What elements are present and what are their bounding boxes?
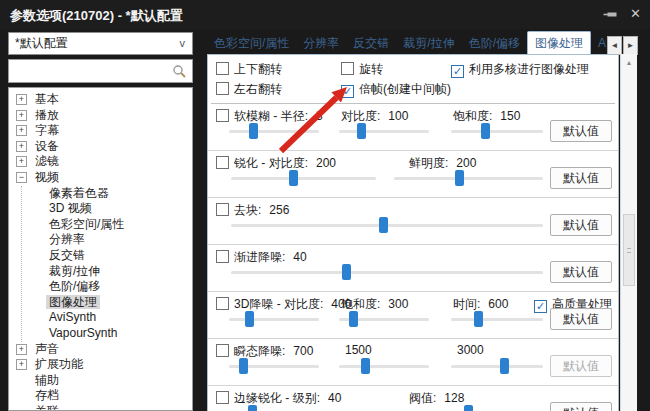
tree-item[interactable]: 3D 视频	[22, 201, 192, 217]
expand-icon[interactable]: +	[16, 359, 27, 370]
slider[interactable]	[339, 311, 429, 327]
tree-item[interactable]: +声音	[9, 342, 192, 358]
slider-thumb[interactable]	[379, 217, 388, 233]
slider-thumb[interactable]	[349, 311, 358, 327]
tab-item[interactable]: 图像处理	[527, 31, 591, 55]
checkbox-icon[interactable]	[216, 82, 229, 95]
tree-item[interactable]: 反交错	[22, 248, 192, 264]
expand-icon[interactable]: +	[16, 125, 27, 136]
slider[interactable]	[451, 358, 543, 374]
slider[interactable]	[231, 405, 376, 411]
checkbox-icon[interactable]	[216, 62, 229, 75]
default-button[interactable]: 默认值	[550, 214, 612, 236]
tree-item[interactable]: +设备	[9, 139, 192, 155]
scroll-up-icon[interactable]: ▲	[621, 55, 637, 70]
slider-thumb[interactable]	[289, 170, 298, 186]
collapse-icon[interactable]: −	[16, 172, 27, 183]
tab-item[interactable]: 分辨率	[296, 32, 346, 55]
checkbox-icon[interactable]	[216, 250, 229, 263]
tree-item[interactable]: AviSynth	[22, 310, 192, 326]
slider[interactable]	[231, 264, 543, 280]
tab-item[interactable]: 反交错	[346, 32, 396, 55]
flip-checkbox[interactable]: 左右翻转	[216, 81, 282, 98]
expand-icon[interactable]: +	[16, 110, 27, 121]
slider[interactable]	[229, 358, 319, 374]
slider[interactable]	[339, 123, 429, 139]
search-icon[interactable]	[172, 64, 187, 79]
checkbox-icon[interactable]	[216, 344, 229, 357]
search-input[interactable]	[12, 62, 171, 82]
tab-scroll-right-icon[interactable]: ►	[623, 36, 638, 55]
slider-thumb[interactable]	[248, 405, 257, 411]
tree-item[interactable]: VapourSynth	[22, 326, 192, 342]
slider-thumb[interactable]	[357, 123, 366, 139]
tree-item[interactable]: 裁剪/拉伸	[22, 264, 192, 280]
tree-item[interactable]: 辅助	[9, 373, 192, 389]
checkbox-icon[interactable]	[216, 391, 229, 404]
slider-thumb[interactable]	[361, 358, 370, 374]
default-button[interactable]: 默认值	[550, 355, 612, 377]
tree-item[interactable]: 分辨率	[22, 232, 192, 248]
scrollbar[interactable]: ▲	[620, 54, 637, 411]
flip-checkbox[interactable]: 倍帧(创建中间帧)	[341, 81, 451, 98]
slider[interactable]	[394, 405, 543, 411]
slider[interactable]	[451, 311, 543, 327]
scrollbar-thumb[interactable]	[623, 214, 635, 286]
tree-item[interactable]: 图像处理	[22, 295, 192, 311]
default-button[interactable]: 默认值	[550, 120, 612, 142]
default-button[interactable]: 默认值	[550, 402, 612, 411]
tree-item[interactable]: 关联	[9, 404, 192, 411]
slider[interactable]	[229, 311, 319, 327]
tree-item[interactable]: 色阶/偏移	[22, 279, 192, 295]
slider-thumb[interactable]	[500, 358, 509, 374]
tab-item[interactable]: 色阶/偏移	[462, 32, 527, 55]
flip-checkbox[interactable]: 旋转	[341, 61, 383, 78]
slider[interactable]	[394, 170, 543, 186]
default-button[interactable]: 默认值	[550, 261, 612, 283]
tree-item[interactable]: +扩展功能	[9, 357, 192, 373]
tree-item[interactable]: +滤镜	[9, 154, 192, 170]
preset-select[interactable]: *默认配置 v	[8, 32, 193, 55]
slider[interactable]	[231, 217, 543, 233]
checkbox-checked-icon[interactable]	[451, 65, 464, 78]
tab-item[interactable]: 色彩空间/属性	[207, 32, 296, 55]
slider-thumb[interactable]	[249, 123, 258, 139]
slider[interactable]	[229, 123, 319, 139]
expand-icon[interactable]: +	[16, 344, 27, 355]
slider-thumb[interactable]	[239, 358, 248, 374]
checkbox-icon[interactable]	[216, 203, 229, 216]
checkbox-checked-icon[interactable]	[341, 85, 354, 98]
tab-scroll-left-icon[interactable]: ◄	[607, 36, 622, 55]
checkbox-icon[interactable]	[341, 62, 354, 75]
tree-item[interactable]: −视频	[9, 170, 192, 186]
tab-item[interactable]: 裁剪/拉伸	[396, 32, 461, 55]
default-button[interactable]: 默认值	[550, 167, 612, 189]
slider[interactable]	[339, 358, 429, 374]
checkbox-icon[interactable]	[216, 156, 229, 169]
close-icon[interactable]: ✕	[630, 6, 641, 22]
tree-item[interactable]: 存档	[9, 388, 192, 404]
expand-icon[interactable]: +	[16, 94, 27, 105]
flip-checkbox[interactable]: 上下翻转	[216, 61, 282, 78]
tree-item[interactable]: +播放	[9, 108, 192, 124]
slider-thumb[interactable]	[342, 264, 351, 280]
slider-thumb[interactable]	[481, 123, 490, 139]
pin-icon[interactable]	[602, 7, 618, 23]
slider-thumb[interactable]	[474, 311, 483, 327]
tab-item[interactable]: AviSynth	[591, 32, 606, 55]
expand-icon[interactable]: +	[16, 156, 27, 167]
tree-item[interactable]: 像素着色器	[22, 186, 192, 202]
slider-thumb[interactable]	[455, 170, 464, 186]
slider[interactable]	[451, 123, 543, 139]
slider[interactable]	[231, 170, 376, 186]
tree-item[interactable]: +字幕	[9, 123, 192, 139]
tree-item[interactable]: 色彩空间/属性	[22, 217, 192, 233]
slider-thumb[interactable]	[245, 311, 254, 327]
expand-icon[interactable]: +	[16, 141, 27, 152]
slider-thumb[interactable]	[464, 405, 473, 411]
checkbox-icon[interactable]	[216, 109, 229, 122]
tree-item[interactable]: +基本	[9, 92, 192, 108]
flip-checkbox[interactable]: 利用多核进行图像处理	[451, 61, 589, 78]
checkbox-icon[interactable]	[216, 297, 229, 310]
default-button[interactable]: 默认值	[550, 308, 612, 330]
